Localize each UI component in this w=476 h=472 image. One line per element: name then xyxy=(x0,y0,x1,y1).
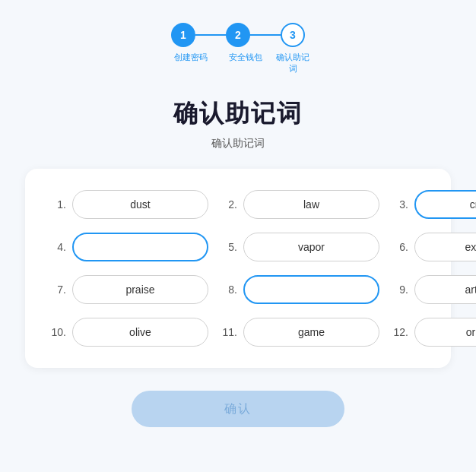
word-input-4[interactable] xyxy=(72,233,208,261)
step-line-1 xyxy=(195,34,226,36)
stepper-circles: 1 2 3 xyxy=(171,23,305,47)
step-label-3: 确认助记词 xyxy=(273,52,313,74)
index-2: 2. xyxy=(221,198,237,211)
word-input-6[interactable] xyxy=(414,233,476,261)
index-7: 7. xyxy=(49,284,66,296)
mnemonic-item-6: 6. xyxy=(392,233,476,261)
index-12: 12. xyxy=(392,326,408,338)
mnemonic-item-3: 3. xyxy=(392,190,476,219)
index-3: 3. xyxy=(392,198,408,211)
word-input-3[interactable] xyxy=(414,190,476,219)
step-label-2: 安全钱包 xyxy=(218,52,273,74)
index-5: 5. xyxy=(221,241,237,253)
word-input-10[interactable] xyxy=(72,318,208,347)
step-label-1: 创建密码 xyxy=(163,52,218,74)
index-9: 9. xyxy=(392,284,408,296)
mnemonic-item-4: 4. xyxy=(49,233,208,261)
index-1: 1. xyxy=(49,198,66,211)
step-1: 1 xyxy=(171,23,195,47)
mnemonic-item-10: 10. xyxy=(49,318,208,347)
word-input-11[interactable] xyxy=(243,318,379,347)
mnemonic-grid: 1. 2. 3. 4. 5. 6. xyxy=(49,190,427,347)
mnemonic-item-7: 7. xyxy=(49,275,208,304)
stepper: 1 2 3 创建密码 安全钱包 确认助记词 xyxy=(163,23,313,74)
mnemonic-item-2: 2. xyxy=(221,190,379,219)
step-2: 2 xyxy=(226,23,250,47)
word-input-5[interactable] xyxy=(243,233,379,261)
index-10: 10. xyxy=(49,326,66,338)
step-3: 3 xyxy=(281,23,305,47)
word-input-8[interactable] xyxy=(243,275,379,304)
confirm-button[interactable]: 确认 xyxy=(132,391,344,427)
word-input-1[interactable] xyxy=(72,190,208,219)
index-6: 6. xyxy=(392,241,408,253)
mnemonic-item-12: 12. xyxy=(392,318,476,347)
mnemonic-item-11: 11. xyxy=(221,318,379,347)
mnemonic-item-9: 9. xyxy=(392,275,476,304)
mnemonic-item-1: 1. xyxy=(49,190,208,219)
step-line-2 xyxy=(250,34,281,36)
index-11: 11. xyxy=(221,326,237,338)
page-title: 确认助记词 xyxy=(173,97,303,131)
mnemonic-item-8: 8. xyxy=(221,275,379,304)
page-wrapper: 1 2 3 创建密码 安全钱包 确认助记词 确认助记词 确认助记词 1. 2. xyxy=(0,0,476,472)
word-input-7[interactable] xyxy=(72,275,208,304)
word-input-2[interactable] xyxy=(243,190,379,219)
page-subtitle: 确认助记词 xyxy=(211,137,265,150)
mnemonic-item-5: 5. xyxy=(221,233,379,261)
word-input-12[interactable] xyxy=(414,318,476,347)
index-8: 8. xyxy=(221,284,237,296)
word-input-9[interactable] xyxy=(414,275,476,304)
mnemonic-card: 1. 2. 3. 4. 5. 6. xyxy=(25,169,451,368)
index-4: 4. xyxy=(49,241,66,253)
stepper-labels: 创建密码 安全钱包 确认助记词 xyxy=(163,52,313,74)
